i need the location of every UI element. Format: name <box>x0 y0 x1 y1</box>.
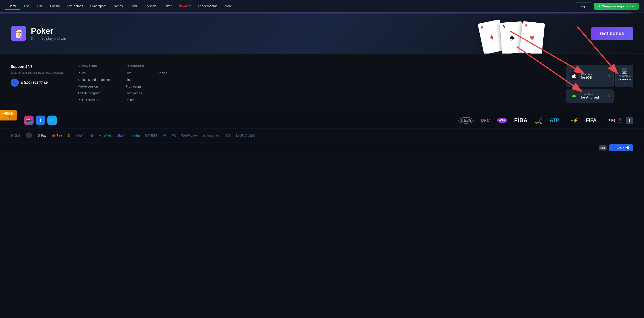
nav-leaderboards[interactable]: Leaderboards <box>195 3 220 10</box>
bonus-pct: +500% <box>3 111 14 115</box>
android-app-text: Application for Android <box>581 93 599 99</box>
nav-cybersport[interactable]: Cybersport <box>87 3 108 10</box>
bonus-badge[interactable]: +500% 🎁 <box>0 110 17 120</box>
footer-main: Support 24/7 Write to us if You still ha… <box>0 54 644 112</box>
atp-logo: ATP <box>550 117 559 123</box>
footer-categories-2: Casino <box>158 65 167 105</box>
fk-logo: FK <box>172 134 176 137</box>
card-2-suit: ♣ <box>509 33 515 43</box>
footer-information: INFORMATION Rules Bonuses and promotions… <box>78 65 112 105</box>
mobile-view-button[interactable]: 📱 <box>618 118 623 123</box>
nhl-logo: 🏒 <box>535 117 543 124</box>
android-app-button[interactable]: Application for Android ⓘ <box>566 89 614 103</box>
app-grid: Application for iOS ⓘ 🖥️ Application for… <box>566 65 633 103</box>
info-bonuses[interactable]: Bonuses and promotions <box>78 78 112 82</box>
macos-arrow-icon: › <box>624 82 625 84</box>
nav-more[interactable]: More ··· <box>222 3 238 10</box>
cat-live-games[interactable]: Live-games <box>126 91 142 95</box>
ios-arrow-icon: ⓘ <box>607 74 610 78</box>
categories-2-list: Casino <box>158 71 167 75</box>
card-3: A ♥ <box>520 21 545 54</box>
chat-icon: 💬 <box>626 146 630 149</box>
twitter-button[interactable]: 🐦 <box>48 115 57 125</box>
itf-logo: ITF⚡ <box>566 118 579 123</box>
support-chat-button[interactable]: 📞 24/7 💬 <box>609 144 633 151</box>
uefa-logo: UEFA <box>458 117 474 124</box>
discover-logo: DISCOVER <box>236 133 255 137</box>
card-2-label: A <box>502 24 505 29</box>
cat-promotions[interactable]: Promotions <box>126 85 142 88</box>
eth-logo: ◈ <box>90 133 94 138</box>
muchbetter-logo: MuchBetter <box>203 134 219 137</box>
applepay-logo: 🍎 Pay <box>52 134 62 137</box>
fifa-logo: FIFA <box>586 117 596 123</box>
phone-button[interactable]: 📞 8 (800) 301 77-89 <box>11 79 48 87</box>
wta-logo: WTA <box>497 118 507 123</box>
categories-heading: CATEGORIES <box>126 65 144 67</box>
categories-2-heading <box>158 65 167 67</box>
poker-title: Poker <box>31 27 66 36</box>
ios-app-label: for iOS <box>581 75 592 79</box>
sports-logos: UEFA UFC WTA FIBA 🏒 ATP ITF⚡ FIFA <box>458 117 596 124</box>
cat-live[interactable]: Live <box>126 71 132 75</box>
nav-right: Login + Complete registration <box>575 3 639 10</box>
footer-categories: CATEGORIES Live Line Promotions Live-gam… <box>126 65 144 105</box>
nav-live-games[interactable]: Live-games <box>64 3 86 10</box>
ios-app-button[interactable]: Application for iOS ⓘ <box>566 65 614 87</box>
nav-home[interactable]: Home <box>5 3 20 10</box>
nav-poker[interactable]: Poker <box>160 3 175 10</box>
card-1-label: A <box>480 25 484 30</box>
nav-vsport[interactable]: Vsport <box>144 3 159 10</box>
language-button[interactable]: EN 🇬🇧 <box>606 118 615 122</box>
android-app-label-small: Application <box>581 93 599 95</box>
support-heading: Support 24/7 <box>11 65 64 69</box>
app-section: Application for iOS ⓘ 🖥️ Application for… <box>566 65 633 105</box>
nav-live[interactable]: Live <box>21 3 33 10</box>
ios-icon <box>570 72 578 80</box>
scroll-top-button[interactable]: ⬆ <box>626 117 633 124</box>
get-bonus-button[interactable]: Get bonus <box>591 27 633 40</box>
ufc-logo: UFC <box>481 118 490 123</box>
nav-aviator[interactable]: Aviator <box>176 3 194 10</box>
ios-app-text: Application for iOS <box>581 73 592 79</box>
macos-app-button[interactable]: 🖥️ Application for Mac OS › <box>616 65 633 87</box>
nav-games[interactable]: Games <box>110 3 126 10</box>
card-3-label: A <box>524 23 528 28</box>
info-mobile[interactable]: Mobile version <box>78 85 98 88</box>
bottom-social-bar: +500% 🎁 📷 f 🐦 UEFA UFC WTA FIBA 🏒 ATP IT… <box>0 112 644 128</box>
cat-poker[interactable]: Poker <box>126 98 134 102</box>
info-rules[interactable]: Rules <box>78 71 86 75</box>
phone-icon: 📞 <box>11 79 19 87</box>
instagram-button[interactable]: 📷 <box>24 115 34 125</box>
footer-support: Support 24/7 Write to us if You still ha… <box>11 65 64 105</box>
gpay-logo: G Pay <box>38 134 46 137</box>
navbar: Home Live Line Casino Live-games Cybersp… <box>0 0 644 13</box>
phone-number: 8 (800) 301 77-89 <box>21 81 48 84</box>
age-badge: 18+ <box>598 145 607 150</box>
cat-line[interactable]: Line <box>126 78 132 82</box>
register-button[interactable]: + Complete registration <box>594 3 639 10</box>
login-button[interactable]: Login <box>575 3 592 10</box>
info-risk[interactable]: Risk Disclosure <box>78 98 99 102</box>
nav-line[interactable]: Line <box>34 3 46 10</box>
nav-casino[interactable]: Casino <box>47 3 63 10</box>
lang-bar: EN 🇬🇧 📱 ⬆ <box>606 117 633 124</box>
poker-subtitle: Come in, play and win <box>31 37 66 41</box>
register-label: Complete registration <box>602 5 634 8</box>
lang-flag: 🇬🇧 <box>611 118 615 122</box>
payment-bar: VISA ⚫ G Pay 🍎 Pay ₿ QIWI ◈ ✦ tether Skr… <box>0 128 644 142</box>
info-affiliate[interactable]: Affiliate program <box>78 91 100 95</box>
facebook-button[interactable]: f <box>36 115 45 125</box>
nav-tvbet[interactable]: TVBET <box>127 3 143 10</box>
poker-text: Poker Come in, play and win <box>31 27 66 41</box>
stellar-logo: ❊ <box>163 133 166 138</box>
bitcoin-logo: ₿ <box>68 133 70 138</box>
paytm-logo: paytm <box>130 134 140 137</box>
macos-app-label: for Mac OS <box>618 78 631 81</box>
webmoney-logo: WebMoney <box>181 134 198 137</box>
bonus-icon: 🎁 <box>7 115 10 119</box>
cat-casino[interactable]: Casino <box>158 71 167 75</box>
jcb-logo: JCB <box>224 134 231 137</box>
nav-links: Home Live Line Casino Live-games Cybersp… <box>5 3 575 10</box>
support-24-7-label: 24/7 <box>618 146 624 149</box>
